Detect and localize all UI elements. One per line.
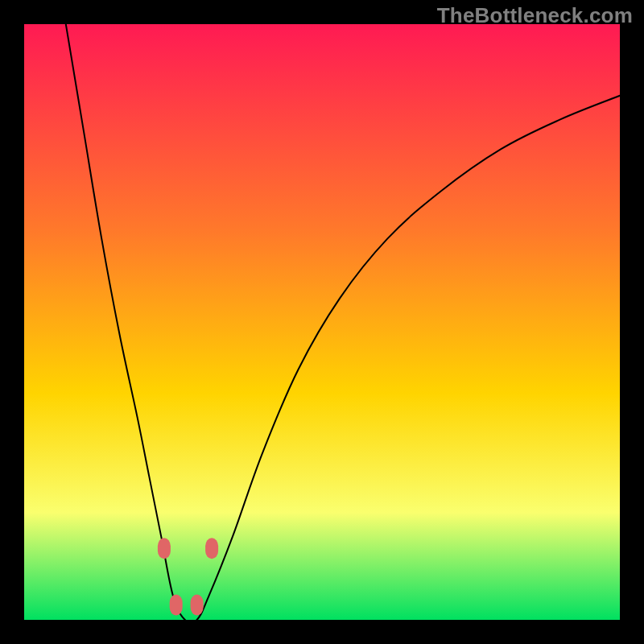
curve-marker	[191, 595, 204, 616]
curve-marker	[158, 538, 171, 559]
curve-marker	[205, 538, 218, 559]
chart-frame: TheBottleneck.com	[0, 0, 644, 644]
watermark-text: TheBottleneck.com	[437, 3, 633, 28]
gradient-background	[24, 24, 620, 620]
bottleneck-chart	[24, 24, 620, 620]
curve-marker	[170, 595, 183, 616]
